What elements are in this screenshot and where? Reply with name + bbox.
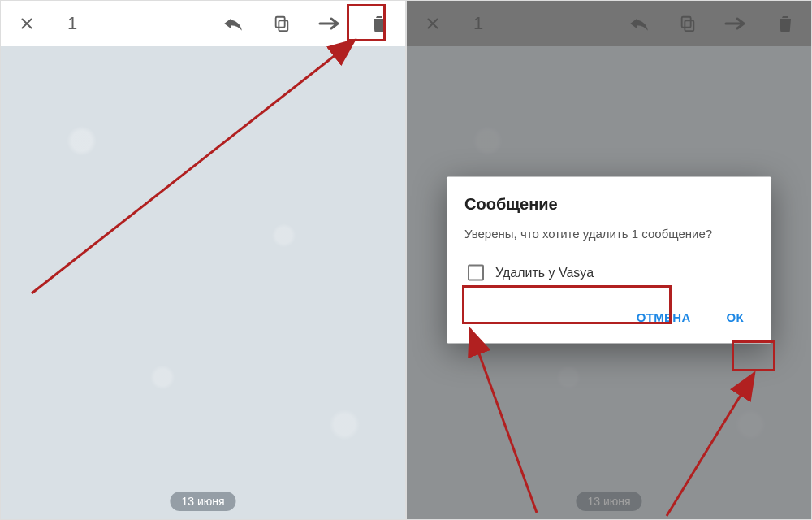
screenshot-left: 1 13 июня	[0, 0, 406, 520]
selection-count: 1	[61, 13, 77, 34]
reply-icon	[222, 15, 244, 32]
dialog-title: Сообщение	[464, 195, 754, 214]
close-button[interactable]	[12, 9, 41, 38]
dialog-actions: ОТМЕНА ОК	[464, 301, 754, 336]
selection-toolbar: 1	[1, 1, 405, 46]
checkbox-label: Удалить у Vasya	[495, 266, 594, 280]
copy-icon	[273, 15, 291, 32]
dialog-body: Уверены, что хотите удалить 1 сообщение?	[464, 225, 754, 242]
svg-rect-1	[276, 17, 285, 28]
forward-button[interactable]	[316, 9, 345, 38]
reply-button[interactable]	[218, 9, 248, 38]
modal-overlay-toolbar	[407, 1, 811, 46]
screenshot-right: 1 13 июня Сообщение Уверены, что хотите …	[406, 0, 812, 520]
checkbox-icon[interactable]	[468, 265, 484, 281]
date-pill: 13 июня	[170, 492, 235, 511]
svg-rect-0	[279, 20, 287, 31]
copy-button[interactable]	[267, 9, 296, 38]
forward-icon	[318, 15, 343, 32]
delete-button[interactable]	[365, 9, 394, 38]
trash-icon	[371, 15, 387, 32]
ok-button[interactable]: ОК	[720, 306, 750, 329]
close-icon	[18, 15, 36, 32]
cancel-button[interactable]: ОТМЕНА	[630, 306, 698, 329]
delete-for-other-row[interactable]: Удалить у Vasya	[464, 257, 754, 289]
delete-dialog: Сообщение Уверены, что хотите удалить 1 …	[447, 177, 771, 344]
chat-background: 13 июня	[1, 46, 405, 519]
